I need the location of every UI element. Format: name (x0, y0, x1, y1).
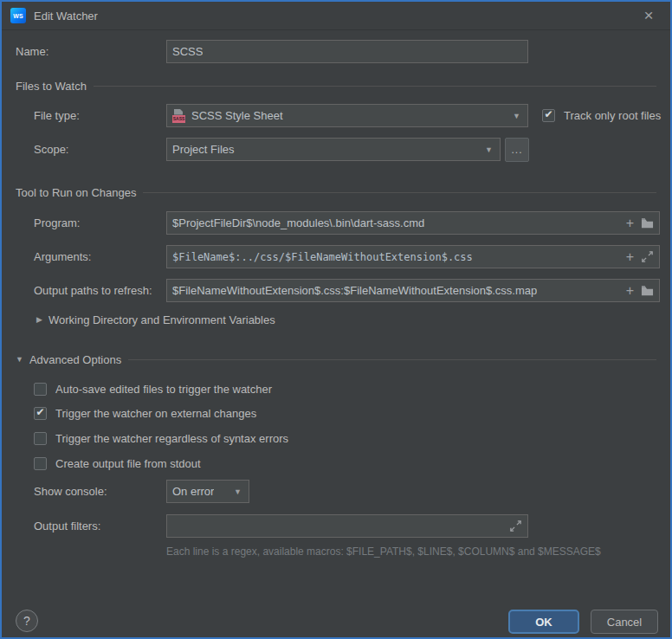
name-value: SCSS (172, 45, 203, 58)
working-directory-toggle-label: Working Directory and Environment Variab… (48, 313, 275, 326)
expand-field-icon[interactable] (509, 520, 522, 532)
autosave-checkbox[interactable] (34, 383, 47, 396)
section-label: Advanced Options (29, 353, 121, 366)
program-value: $ProjectFileDir$\node_modules\.bin\dart-… (172, 216, 424, 229)
browse-folder-icon[interactable] (641, 216, 654, 229)
tool-section-header: Tool to Run on Changes (16, 185, 656, 199)
chevron-down-icon[interactable]: ▼ (16, 355, 23, 364)
syntax-errors-label: Trigger the watcher regardless of syntax… (55, 432, 288, 445)
edit-watcher-dialog: WS Edit Watcher × Name: SCSS Files to Wa… (0, 0, 672, 639)
section-divider (94, 86, 656, 87)
files-to-watch-section-header: Files to Watch (16, 79, 656, 93)
show-console-label: Show console: (34, 480, 107, 503)
name-label: Name: (16, 40, 48, 63)
working-directory-toggle[interactable]: ▶ Working Directory and Environment Vari… (36, 313, 275, 326)
syntax-errors-option[interactable]: Trigger the watcher regardless of syntax… (34, 431, 288, 445)
section-label: Files to Watch (16, 80, 87, 93)
insert-macro-icon[interactable]: + (626, 284, 634, 298)
program-input[interactable]: $ProjectFileDir$\node_modules\.bin\dart-… (166, 211, 660, 235)
output-paths-label: Output paths to refresh: (34, 279, 152, 302)
chevron-down-icon[interactable]: ▼ (513, 112, 522, 120)
track-only-root-files-checkbox[interactable]: ✔ (542, 109, 555, 122)
webstorm-logo-icon: WS (10, 8, 26, 23)
stdout-checkbox[interactable] (34, 457, 47, 470)
help-button[interactable]: ? (16, 610, 38, 632)
stdout-label: Create output file from stdout (55, 457, 201, 470)
dialog-title: Edit Watcher (34, 10, 98, 23)
cancel-button[interactable]: Cancel (591, 610, 658, 634)
output-paths-value: $FileNameWithoutExtension$.css:$FileName… (172, 284, 537, 297)
file-type-combobox[interactable]: SASS SCSS Style Sheet ▼ (166, 104, 528, 127)
autosave-label: Auto-save edited files to trigger the wa… (55, 383, 272, 396)
output-filters-label: Output filters: (34, 514, 100, 538)
title-bar: WS Edit Watcher (2, 2, 670, 30)
advanced-options-section-header[interactable]: ▼ Advanced Options (16, 352, 656, 366)
arguments-input[interactable]: $FileName$:../css/$FileNameWithoutExtens… (166, 245, 660, 268)
section-label: Tool to Run on Changes (16, 186, 136, 199)
external-changes-option[interactable]: ✔ Trigger the watcher on external change… (34, 406, 256, 420)
chevron-down-icon[interactable]: ▼ (234, 487, 243, 496)
close-icon[interactable]: × (639, 6, 658, 25)
section-divider (128, 359, 656, 360)
checkmark-icon: ✔ (544, 109, 552, 119)
chevron-down-icon[interactable]: ▼ (485, 145, 494, 154)
syntax-errors-checkbox[interactable] (34, 432, 47, 445)
scss-file-icon-tag: SASS (172, 115, 185, 123)
scss-file-icon: SASS (172, 109, 185, 123)
arguments-value: $FileName$:../css/$FileNameWithoutExtens… (172, 251, 473, 263)
chevron-right-icon[interactable]: ▶ (36, 315, 42, 324)
output-filters-hint: Each line is a regex, available macros: … (166, 545, 601, 558)
show-console-combobox[interactable]: On error ▼ (166, 480, 249, 503)
track-only-root-files-label: Track only root files (564, 109, 661, 122)
scope-browse-button[interactable]: ... (505, 138, 529, 162)
insert-macro-icon[interactable]: + (626, 216, 634, 230)
output-paths-field-actions: + (626, 284, 654, 298)
scope-value: Project Files (172, 143, 235, 156)
output-filters-field-actions (509, 520, 522, 532)
output-paths-input[interactable]: $FileNameWithoutExtension$.css:$FileName… (166, 279, 660, 302)
autosave-option[interactable]: Auto-save edited files to trigger the wa… (34, 382, 272, 396)
ok-button[interactable]: OK (508, 610, 579, 634)
stdout-option[interactable]: Create output file from stdout (34, 456, 201, 470)
track-only-root-files-option[interactable]: ✔ Track only root files (542, 108, 661, 122)
section-divider (143, 192, 656, 193)
program-label: Program: (34, 211, 80, 235)
file-type-value: SCSS Style Sheet (191, 109, 283, 122)
browse-folder-icon[interactable] (641, 284, 654, 297)
checkmark-icon: ✔ (36, 407, 44, 417)
file-type-label: File type: (34, 104, 80, 127)
insert-macro-icon[interactable]: + (626, 250, 634, 264)
scss-file-icon-page (174, 109, 183, 115)
arguments-label: Arguments: (34, 245, 91, 268)
show-console-value: On error (172, 485, 214, 498)
scope-combobox[interactable]: Project Files ▼ (166, 138, 501, 161)
expand-field-icon[interactable] (641, 250, 654, 263)
external-changes-label: Trigger the watcher on external changes (55, 407, 256, 420)
program-field-actions: + (626, 216, 654, 230)
name-input[interactable]: SCSS (166, 40, 528, 63)
arguments-field-actions: + (626, 250, 654, 264)
scope-label: Scope: (34, 138, 68, 161)
output-filters-input[interactable] (166, 514, 528, 538)
external-changes-checkbox[interactable]: ✔ (34, 407, 47, 420)
